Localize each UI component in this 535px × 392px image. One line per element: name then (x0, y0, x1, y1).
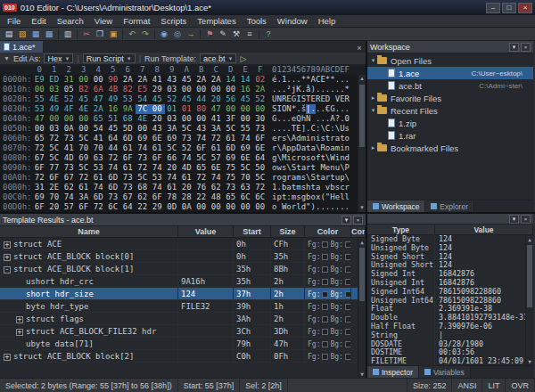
inspector-row[interactable]: Unsigned Byte124 (367, 244, 533, 253)
hex-byte[interactable]: 00 (32, 124, 47, 134)
column-header-color[interactable]: Color (305, 226, 351, 237)
hex-byte[interactable]: 6F (253, 134, 268, 143)
maximize-button[interactable]: □ (502, 3, 516, 13)
template-row[interactable]: +struct ACE_BLOCK block[2]C0h0FhFg:Bg: (0, 350, 366, 363)
hex-byte[interactable]: 3A (165, 124, 180, 134)
hex-byte[interactable]: 61 (224, 134, 239, 143)
hex-byte[interactable]: 74 (179, 153, 194, 163)
hex-byte[interactable]: 6F (77, 202, 92, 212)
hex-byte[interactable]: 73 (120, 183, 136, 192)
hex-byte[interactable]: 74 (209, 173, 224, 183)
hex-byte[interactable]: 43 (165, 75, 180, 85)
hex-byte[interactable]: 2A (194, 75, 210, 85)
ascii-char[interactable]: R (345, 94, 350, 104)
hex-byte[interactable]: 6E (238, 153, 253, 163)
ascii-char[interactable]: . (345, 75, 350, 85)
save-file-icon[interactable]: ▦ (29, 29, 42, 40)
hex-byte[interactable]: 53 (32, 104, 47, 114)
template-row[interactable]: byte hdr_typeFILE3239h1hFg:Bg: (0, 300, 366, 313)
hex-byte[interactable]: B2 (77, 85, 92, 94)
hex-byte[interactable]: 5C (47, 153, 62, 163)
hex-byte[interactable]: 00 (136, 124, 151, 134)
menu-item-format[interactable]: Format (118, 16, 155, 26)
hex-byte[interactable]: 6D (106, 183, 121, 192)
hex-byte[interactable]: 80 (194, 104, 210, 114)
menu-item-edit[interactable]: Edit (26, 16, 51, 26)
fg-swatch[interactable] (322, 279, 328, 285)
template-row[interactable]: ubyte data[71]79h47hFg:Bg: (0, 338, 366, 350)
hex-byte[interactable]: 31 (32, 183, 47, 192)
redo-icon[interactable]: ↷ (139, 29, 152, 40)
hex-byte[interactable]: 01 (179, 104, 194, 114)
hex-byte[interactable]: 70 (47, 192, 62, 202)
inspector-row[interactable]: Double3.88410192793148e-310 (367, 314, 533, 323)
fg-swatch[interactable] (322, 354, 328, 360)
scroll-down-icon[interactable]: ▼ (526, 357, 533, 365)
hex-byte[interactable]: 7C (136, 104, 151, 114)
hex-byte[interactable]: 72 (136, 163, 151, 173)
hex-byte[interactable]: 00 (194, 85, 210, 94)
scroll-down-icon[interactable]: ▼ (358, 370, 366, 378)
fg-swatch[interactable] (322, 304, 328, 310)
hex-byte[interactable]: 61 (179, 173, 194, 183)
workspace-menu-button[interactable]: ▼ (509, 43, 519, 52)
fg-swatch[interactable] (322, 266, 328, 273)
hex-byte[interactable]: 45 (179, 94, 194, 104)
bg-swatch[interactable] (345, 341, 351, 347)
hex-byte[interactable]: 62 (62, 183, 77, 192)
hex-byte[interactable]: 00 (194, 114, 210, 124)
inspector-row[interactable]: String| (367, 331, 533, 340)
hex-byte[interactable]: 73 (253, 124, 268, 134)
hex-byte[interactable]: 66 (165, 153, 180, 163)
hex-byte[interactable]: 5C (165, 143, 180, 153)
hex-byte[interactable]: 00 (179, 85, 194, 94)
template-results-scrollbar[interactable]: ▲ ▼ (358, 238, 366, 378)
hex-byte[interactable]: 72 (209, 134, 224, 143)
scroll-thumb[interactable] (359, 85, 365, 147)
hex-byte[interactable]: 53 (91, 163, 106, 173)
tools-icon[interactable]: ⚒ (230, 29, 243, 40)
hex-byte[interactable]: 74 (150, 163, 165, 173)
hex-byte[interactable]: 72 (91, 202, 106, 212)
hex-byte[interactable]: 61 (91, 173, 106, 183)
inspector-row[interactable]: Signed Short124 (367, 253, 533, 262)
hex-byte[interactable]: 41 (91, 134, 106, 143)
ascii-char[interactable]: \ (345, 173, 350, 183)
hex-byte[interactable]: 3A (209, 124, 224, 134)
ascii-char[interactable]: d (345, 153, 350, 163)
dock-tab-workspace[interactable]: Workspace (367, 200, 425, 212)
hex-byte[interactable]: 03 (165, 114, 180, 124)
hex-byte[interactable]: 41 (150, 75, 165, 85)
hex-byte[interactable]: 00 (253, 104, 268, 114)
hex-byte[interactable]: 6F (150, 192, 165, 202)
hex-byte[interactable]: 6E (150, 134, 165, 143)
hex-byte[interactable]: 64 (253, 153, 268, 163)
template-row[interactable]: +struct ACE0hCFhFg:Bg: (0, 238, 366, 250)
scroll-up-icon[interactable]: ▲ (358, 238, 366, 246)
run-script-dropdown[interactable]: Run Script ▼ (83, 53, 136, 63)
hex-byte[interactable]: 28 (179, 192, 194, 202)
hex-byte[interactable]: 65 (194, 163, 210, 173)
ascii-char[interactable]: l (345, 192, 350, 202)
hex-byte[interactable]: 29 (150, 202, 165, 212)
hex-byte[interactable]: 72 (32, 143, 47, 153)
hex-byte[interactable]: 50 (253, 163, 268, 173)
hex-byte[interactable]: 5C (47, 143, 62, 153)
menu-item-scripts[interactable]: Scripts (155, 16, 192, 26)
hex-byte[interactable]: 78 (165, 192, 180, 202)
undo-icon[interactable]: ↶ (126, 29, 138, 40)
template-results-close-button[interactable]: × (353, 216, 363, 225)
column-header-start[interactable]: Start (234, 226, 271, 237)
hex-byte[interactable]: 74 (62, 192, 77, 202)
hex-byte[interactable]: 16 (106, 104, 121, 114)
bg-swatch[interactable] (345, 316, 351, 323)
hex-byte[interactable]: 47 (91, 94, 106, 104)
hex-byte[interactable]: 6F (150, 153, 165, 163)
dock-tab-explorer[interactable]: Explorer (425, 200, 474, 212)
hex-byte[interactable]: 74 (194, 134, 210, 143)
hex-byte[interactable]: 76 (194, 183, 210, 192)
inspector-row[interactable]: FILETIME04/01/1601 23:45:09 (367, 357, 533, 365)
hex-byte[interactable]: 00 (224, 202, 239, 212)
hex-byte[interactable]: 55 (238, 124, 253, 134)
fg-swatch[interactable] (322, 316, 328, 323)
